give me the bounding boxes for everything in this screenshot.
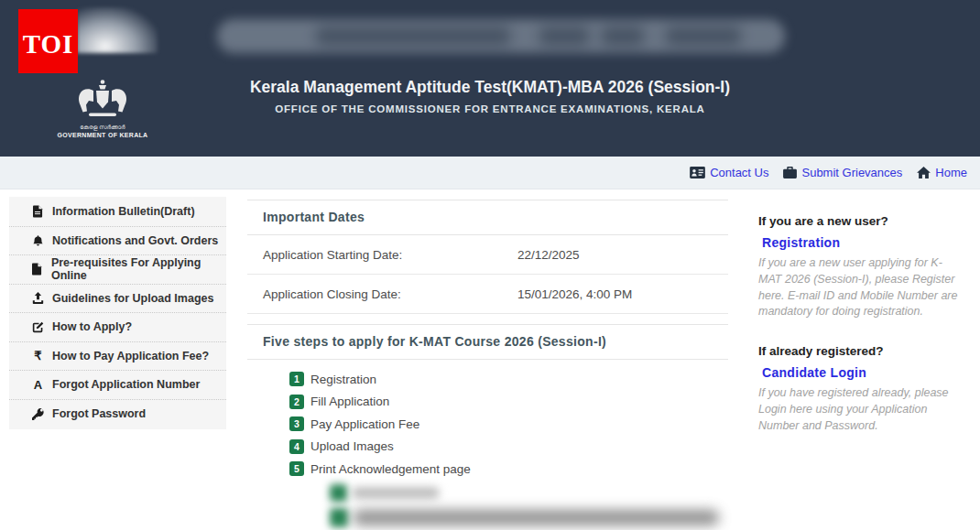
- sidebar-item-notifications[interactable]: Notifications and Govt. Orders: [9, 227, 226, 256]
- list-item: 1 Registration: [289, 372, 728, 386]
- nav-link-label: Home: [935, 166, 967, 179]
- emblem-malayalam-text: കേരള സർക്കാർ: [57, 124, 148, 131]
- blurred-logo-area: [77, 7, 158, 53]
- new-user-question: If you are a new user?: [758, 214, 962, 228]
- step-number-badge: 4: [289, 439, 304, 454]
- toi-logo-text: TOI: [23, 29, 74, 59]
- application-starting-date-value: 22/12/2025: [517, 248, 580, 262]
- rupee-icon: ₹: [31, 349, 45, 362]
- sidebar-item-how-to-pay[interactable]: ₹ How to Pay Application Fee?: [9, 342, 226, 372]
- blurred-step-row: [330, 508, 728, 527]
- blurred-headline-text: [666, 27, 741, 45]
- left-sidebar: Information Bulletin(Draft) Notification…: [9, 197, 226, 429]
- blurred-headline-text: [316, 27, 510, 45]
- nav-link-label: Submit Grievances: [801, 166, 902, 179]
- blurred-step-badge: [330, 484, 347, 502]
- sidebar-item-label: How to Pay Application Fee?: [52, 350, 209, 362]
- table-row: Application Starting Date: 22/12/2025: [247, 235, 728, 275]
- blurred-step-text: [353, 510, 719, 525]
- application-closing-date-label: Application Closing Date:: [247, 287, 517, 301]
- top-navbar: Contact Us Submit Grievances Home: [0, 157, 980, 189]
- sidebar-item-label: How to Apply?: [52, 320, 132, 333]
- list-item: 3 Pay Application Fee: [289, 416, 728, 431]
- home-icon: [917, 167, 931, 178]
- important-dates-heading: Important Dates: [247, 200, 728, 235]
- letter-a-icon: A: [31, 378, 45, 392]
- new-user-note: If you are a new user applying for K-MAT…: [758, 255, 962, 320]
- step-label: Pay Application Fee: [310, 417, 419, 431]
- nav-link-contact-us[interactable]: Contact Us: [690, 166, 768, 179]
- page-title: Kerala Management Aptitude Test(KMAT)-MB…: [0, 78, 980, 97]
- toi-watermark-logo: TOI: [18, 9, 78, 73]
- table-row: Application Closing Date: 15/01/2026, 4:…: [247, 275, 728, 314]
- pdf-file-icon: [31, 205, 45, 218]
- upload-icon: [31, 292, 45, 304]
- main-content: Important Dates Application Starting Dat…: [247, 200, 728, 527]
- login-aside: If you are a new user? Registration If y…: [758, 214, 962, 434]
- file-icon: [31, 263, 44, 276]
- step-label: Fill Application: [310, 395, 389, 408]
- kmat-portal-page: TOI കേരള സർക്കാർ GOVERNMENT OF KERALA Ke…: [0, 0, 980, 530]
- list-item: 5 Print Acknowledgement page: [289, 461, 728, 476]
- sidebar-item-label: Notifications and Govt. Orders: [52, 234, 218, 247]
- edit-icon: [31, 321, 45, 333]
- nav-link-label: Contact Us: [710, 166, 768, 179]
- step-number-badge: 1: [289, 372, 304, 386]
- page-header: TOI കേരള സർക്കാർ GOVERNMENT OF KERALA Ke…: [0, 0, 980, 157]
- sidebar-item-label: Pre-requisites For Applying Online: [51, 256, 226, 282]
- nav-link-submit-grievances[interactable]: Submit Grievances: [783, 166, 902, 179]
- list-item: 2 Fill Application: [289, 395, 728, 409]
- address-card-icon: [690, 167, 705, 178]
- emblem-english-text: GOVERNMENT OF KERALA: [57, 131, 148, 139]
- registered-note: If you have registered already, please L…: [758, 385, 962, 434]
- sidebar-item-prerequisites[interactable]: Pre-requisites For Applying Online: [9, 255, 226, 285]
- blurred-headline-text: [602, 27, 644, 45]
- page-subtitle: OFFICE OF THE COMMISSIONER FOR ENTRANCE …: [0, 103, 980, 114]
- step-number-badge: 2: [289, 395, 304, 409]
- step-label: Print Acknowledgement page: [310, 462, 471, 476]
- registered-question: If already registered?: [758, 344, 962, 358]
- bell-icon: [31, 234, 45, 247]
- steps-list: 1 Registration 2 Fill Application 3 Pay …: [247, 360, 728, 527]
- sidebar-item-label: Forgot Application Number: [52, 378, 200, 391]
- application-closing-date-value: 15/01/2026, 4:00 PM: [517, 287, 632, 301]
- sidebar-item-label: Forgot Password: [52, 407, 146, 420]
- step-label: Registration: [310, 373, 376, 386]
- sidebar-item-upload-guidelines[interactable]: Guidelines for Upload Images: [9, 285, 226, 314]
- step-number-badge: 5: [289, 461, 304, 476]
- sidebar-item-label: Guidelines for Upload Images: [52, 292, 213, 305]
- registered-block: If already registered? Candidate Login I…: [758, 344, 962, 434]
- key-icon: [31, 408, 45, 420]
- sidebar-item-label: Information Bulletin(Draft): [52, 205, 195, 218]
- nav-link-home[interactable]: Home: [917, 166, 967, 179]
- step-label: Upload Images: [310, 439, 394, 453]
- sidebar-item-forgot-application-number[interactable]: A Forgot Application Number: [9, 371, 226, 400]
- step-number-badge: 3: [289, 416, 304, 431]
- blurred-headline-text: [539, 27, 589, 45]
- sidebar-item-forgot-password[interactable]: Forgot Password: [9, 400, 226, 429]
- application-starting-date-label: Application Starting Date:: [247, 248, 517, 262]
- blurred-step-badge: [330, 508, 348, 527]
- list-item: 4 Upload Images: [289, 439, 728, 454]
- blurred-headline: [217, 19, 785, 53]
- candidate-login-link[interactable]: Candidate Login: [762, 365, 962, 380]
- briefcase-icon: [783, 167, 797, 178]
- sidebar-item-information-bulletin[interactable]: Information Bulletin(Draft): [9, 198, 226, 227]
- sidebar-item-how-to-apply[interactable]: How to Apply?: [9, 313, 226, 342]
- blurred-step-row: [330, 484, 728, 502]
- registration-link[interactable]: Registration: [762, 235, 962, 250]
- five-steps-heading: Five steps to apply for K-MAT Course 202…: [247, 324, 728, 360]
- new-user-block: If you are a new user? Registration If y…: [758, 214, 962, 320]
- blurred-step-text: [352, 487, 440, 499]
